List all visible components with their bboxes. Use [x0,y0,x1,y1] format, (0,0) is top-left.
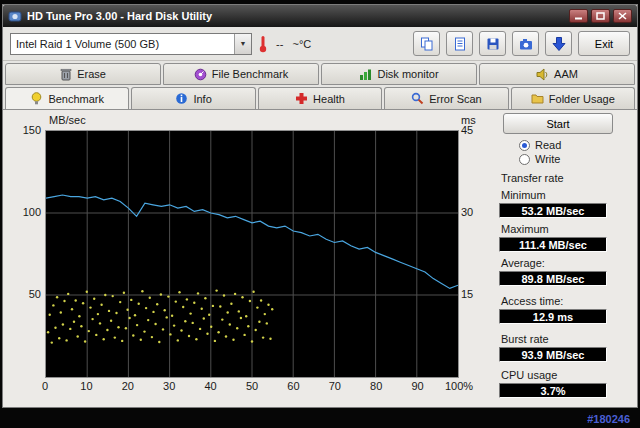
x-tick-label: 30 [163,380,175,392]
benchmark-plot [45,130,459,378]
temperature-readout: -- ~°C [276,38,311,50]
tab-folder-usage-label: Folder Usage [549,93,615,105]
tab-health[interactable]: Health [258,87,382,109]
tab-info[interactable]: Info [131,87,255,109]
cpu-usage-value: 3.7% [499,383,607,398]
gauge-icon [194,68,207,81]
cpu-usage-label: CPU usage [501,369,557,381]
copy-button[interactable] [413,31,440,56]
exit-button[interactable]: Exit [578,31,630,56]
left-axis-unit: MB/sec [49,114,86,126]
read-radio-circle[interactable] [519,140,530,151]
minimum-value: 53.2 MB/sec [499,203,607,218]
access-time-value: 12.9 ms [499,309,607,324]
average-value: 89.8 MB/sec [499,271,607,286]
tab-file-benchmark-label: File Benchmark [212,68,288,80]
tab-row-top: Erase File Benchmark Disk monitor AAM [3,61,637,85]
capture-button[interactable] [545,31,572,56]
x-tick-label: 20 [122,380,134,392]
x-tick-label: 70 [329,380,341,392]
lamp-icon [30,92,43,105]
magnifier-icon [411,92,424,105]
info-icon [175,92,188,105]
drive-select[interactable]: Intel Raid 1 Volume (500 GB) ▼ [10,33,252,55]
tab-error-scan[interactable]: Error Scan [384,87,508,109]
x-tick-label: 100% [445,380,473,392]
write-radio-label: Write [535,153,560,165]
x-tick-label: 60 [287,380,299,392]
x-tick-label: 50 [246,380,258,392]
tab-erase-label: Erase [77,68,106,80]
toolbar: Intel Raid 1 Volume (500 GB) ▼ -- ~°C Ex… [3,27,637,61]
trash-icon [60,68,72,81]
ytick-150: 150 [9,124,41,136]
screenshot-button[interactable] [512,31,539,56]
dropdown-arrow-icon[interactable]: ▼ [234,34,251,54]
average-label: Average: [501,257,545,269]
tab-folder-usage[interactable]: Folder Usage [511,87,635,109]
results-panel: Start Read Write Transfer rate Minimum 5… [491,110,637,407]
start-button[interactable]: Start [503,113,613,134]
save-button[interactable] [479,31,506,56]
tab-error-scan-label: Error Scan [429,93,482,105]
minimize-button[interactable] [569,9,588,23]
transfer-rate-heading: Transfer rate [501,172,564,184]
tab-health-label: Health [313,93,345,105]
ytick-50: 50 [9,288,41,300]
write-radio[interactable]: Write [519,153,560,165]
tab-row-bottom: Benchmark Info Health Error Scan Folder … [3,85,637,109]
close-button[interactable] [613,9,632,23]
ytick-15: 15 [461,288,493,300]
access-time-label: Access time: [501,295,563,307]
report-button[interactable] [446,31,473,56]
tab-benchmark[interactable]: Benchmark [5,87,129,109]
burst-rate-label: Burst rate [501,333,549,345]
maximize-button[interactable] [591,9,610,23]
tab-aam[interactable]: AAM [479,63,635,85]
ytick-45: 45 [461,124,493,136]
health-cross-icon [295,92,308,105]
app-icon [8,9,22,23]
tab-file-benchmark[interactable]: File Benchmark [163,63,319,85]
tab-erase[interactable]: Erase [5,63,161,85]
benchmark-panel: MB/sec ms 150 100 50 45 30 15 0102030405… [3,109,637,407]
x-tick-label: 10 [80,380,92,392]
minimum-label: Minimum [501,189,546,201]
burst-rate-value: 93.9 MB/sec [499,347,607,362]
write-radio-circle[interactable] [519,154,530,165]
x-tick-label: 0 [42,380,48,392]
maximum-label: Maximum [501,223,549,235]
tab-disk-monitor-label: Disk monitor [377,68,438,80]
folder-icon [531,92,544,105]
x-tick-label: 90 [411,380,423,392]
tab-benchmark-label: Benchmark [48,93,104,105]
x-axis-labels: 0102030405060708090100% [45,380,459,392]
x-tick-label: 80 [370,380,382,392]
thermometer-icon [258,35,268,53]
watermark: #180246 [587,413,630,425]
window-title: HD Tune Pro 3.00 - Hard Disk Utility [27,10,564,22]
chart-icon [359,68,372,81]
tab-info-label: Info [193,93,211,105]
tab-aam-label: AAM [554,68,578,80]
app-window: HD Tune Pro 3.00 - Hard Disk Utility Int… [2,4,638,408]
ytick-100: 100 [9,206,41,218]
maximum-value: 111.4 MB/sec [499,237,607,252]
titlebar: HD Tune Pro 3.00 - Hard Disk Utility [3,5,637,27]
ytick-30: 30 [461,206,493,218]
read-radio[interactable]: Read [519,139,561,151]
tab-disk-monitor[interactable]: Disk monitor [321,63,477,85]
speaker-icon [536,68,549,81]
read-radio-label: Read [535,139,561,151]
benchmark-plot-svg [46,131,458,377]
x-tick-label: 40 [204,380,216,392]
drive-select-value: Intel Raid 1 Volume (500 GB) [11,38,234,50]
